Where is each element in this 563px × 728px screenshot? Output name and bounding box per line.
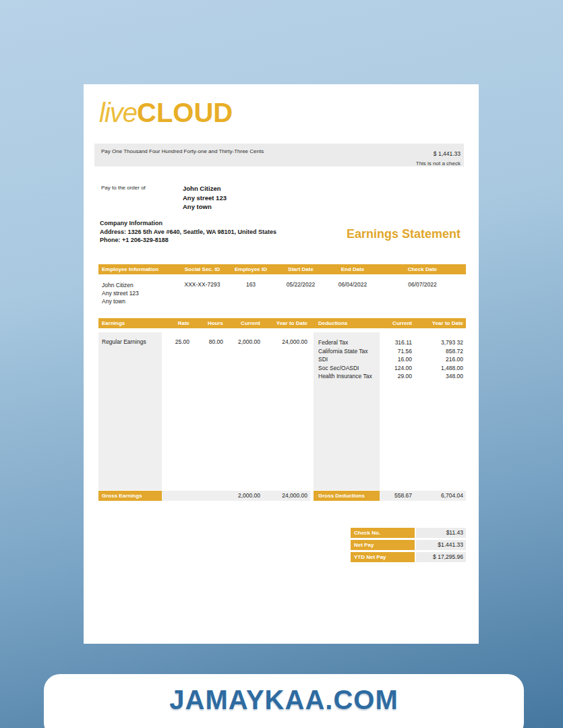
employee-name: John Citizen: [102, 282, 134, 289]
deduction-current: 29.00: [380, 372, 415, 381]
earnings-deductions-body: Regular Earnings 25.00 80.00 2,000.00 24…: [98, 332, 466, 490]
company-phone: Phone: +1 206-329-8188: [100, 236, 276, 245]
background: liveCLOUD Pay One Thousand Four Hundred …: [0, 0, 563, 728]
employee-street: Any street 123: [102, 290, 139, 297]
header-deductions: Deductions: [314, 320, 380, 326]
pay-amount-bar: Pay One Thousand Four Hundred Forty-one …: [94, 144, 464, 166]
logo-live: live: [99, 98, 137, 127]
earning-current: 2,000.00: [226, 338, 263, 345]
pay-amount-words: Pay One Thousand Four Hundred Forty-one …: [101, 148, 264, 166]
deduction-current: 16.00: [380, 355, 415, 364]
deduction-row: SDI 16.00 216.00: [314, 355, 466, 364]
pay-amount-block: $ 1,441.33 This is not a check: [416, 148, 461, 166]
header-rate: Rate: [162, 320, 192, 326]
ytd-net-pay-value: $ 17,295.96: [416, 552, 466, 562]
summary-row-net-pay: Net Pay $1.441.33: [351, 540, 466, 550]
deduction-ytd: 348.00: [415, 372, 466, 381]
check-date-value: 06/07/2022: [379, 281, 466, 305]
earnings-row: Regular Earnings 25.00 80.00 2,000.00 24…: [98, 338, 310, 345]
header-social-sec-id: Social Sec. ID: [178, 266, 227, 272]
header-deductions-current: Current: [380, 320, 415, 326]
employee-ssn: XXX-XX-7293: [178, 281, 227, 305]
deduction-row: Federal Tax 316.11 3,793 32: [314, 338, 466, 347]
deduction-name: California State Tax: [314, 347, 380, 356]
summary-box: Check No. $11.43 Net Pay $1.441.33 YTD N…: [351, 528, 466, 564]
earning-ytd: 24,000.00: [263, 338, 310, 345]
header-deductions-ytd: Year to Date: [415, 320, 466, 326]
header-earnings-current: Current: [226, 320, 263, 326]
start-date-value: 05/22/2022: [275, 281, 326, 305]
header-earnings: Earnings: [98, 320, 162, 326]
gross-earnings-row: Gross Earnings 2,000.00 24,000.00: [98, 491, 310, 501]
gross-deductions-ytd: 6,704.04: [415, 491, 466, 501]
pay-amount: $ 1,441.33: [434, 150, 461, 157]
gross-earnings-label: Gross Earnings: [98, 491, 162, 501]
footer-site-text: JAMAYKAA.COM: [44, 685, 524, 715]
earning-name: Regular Earnings: [98, 338, 162, 345]
check-no-value: $11.43: [416, 528, 466, 538]
summary-row-ytd-net-pay: YTD Net Pay $ 17,295.96: [351, 552, 466, 562]
employee-table-header: Employee Information Social Sec. ID Empl…: [98, 264, 466, 274]
deduction-ytd: 1,488.00: [415, 364, 466, 373]
deduction-name: Health Insurance Tax: [314, 372, 380, 381]
header-employee-id: Employee ID: [227, 266, 275, 272]
header-start-date: Start Date: [275, 266, 326, 272]
deduction-name: Soc Sec/OASDI: [314, 364, 380, 373]
header-end-date: End Date: [326, 266, 379, 272]
gross-earnings-current: 2,000.00: [226, 491, 263, 501]
deduction-row: Soc Sec/OASDI 124.00 1,488.00: [314, 364, 466, 373]
deduction-ytd: 216.00: [415, 355, 466, 364]
deduction-row: Health Insurance Tax 29.00 348.00: [314, 372, 466, 381]
header-check-date: Check Date: [379, 266, 466, 272]
deduction-ytd: 3,793 32: [415, 338, 466, 347]
company-info-title: Company Information: [100, 219, 276, 228]
earnings-deductions-header: Earnings Rate Hours Current Year to Date…: [98, 318, 466, 328]
employee-name-address: John Citizen Any street 123 Any town: [98, 281, 178, 305]
deduction-rows: Federal Tax 316.11 3,793 32 California S…: [314, 338, 466, 381]
header-hours: Hours: [192, 320, 226, 326]
gross-rate-empty: [162, 491, 192, 501]
gross-hours-empty: [192, 491, 226, 501]
pay-to-label: Pay to the order of: [101, 185, 146, 191]
gross-deductions-label: Gross Deductions: [314, 491, 380, 501]
gross-totals-row: Gross Earnings 2,000.00 24,000.00 Gross …: [98, 491, 466, 501]
statement-title: Earnings Statement: [347, 227, 461, 241]
company-info: Company Information Address: 1326 5th Av…: [100, 219, 276, 245]
footer-banner: JAMAYKAA.COM: [44, 674, 524, 728]
net-pay-value: $1.441.33: [416, 540, 466, 550]
logo-cloud: CLOUD: [137, 98, 233, 127]
net-pay-label: Net Pay: [351, 540, 415, 550]
deduction-current: 316.11: [380, 338, 415, 347]
gross-earnings-ytd: 24,000.00: [263, 491, 310, 501]
summary-row-check-no: Check No. $11.43: [351, 528, 466, 538]
deduction-name: Federal Tax: [314, 338, 380, 347]
deduction-row: California State Tax 71.56 858.72: [314, 347, 466, 356]
earning-rate: 25.00: [162, 338, 192, 345]
payee-street: Any street 123: [183, 193, 227, 203]
payee-town: Any town: [183, 202, 227, 212]
gross-deductions-current: 558.67: [380, 491, 415, 501]
deduction-current: 71.56: [380, 347, 415, 356]
header-employee-information: Employee Information: [98, 266, 178, 272]
earnings-name-band: [98, 332, 162, 490]
check-no-label: Check No.: [351, 528, 415, 538]
employee-town: Any town: [102, 298, 125, 305]
ytd-net-pay-label: YTD Net Pay: [351, 552, 415, 562]
brand-logo: liveCLOUD: [99, 99, 233, 126]
not-a-check-note: This is not a check: [416, 160, 461, 166]
employee-id-value: 163: [227, 281, 275, 305]
deduction-current: 124.00: [380, 364, 415, 373]
earning-hours: 80.00: [192, 338, 226, 345]
deduction-ytd: 858.72: [415, 347, 466, 356]
payee-block: John Citizen Any street 123 Any town: [183, 184, 227, 212]
payee-name: John Citizen: [183, 184, 227, 193]
header-earnings-ytd: Year to Date: [263, 320, 310, 326]
end-date-value: 06/04/2022: [326, 281, 379, 305]
paystub-page: liveCLOUD Pay One Thousand Four Hundred …: [84, 84, 479, 644]
company-address: Address: 1326 5th Ave #640, Seattle, WA …: [100, 228, 276, 237]
gross-deductions-row: Gross Deductions 558.67 6,704.04: [314, 491, 466, 501]
deduction-name: SDI: [314, 355, 380, 364]
employee-row: John Citizen Any street 123 Any town XXX…: [98, 281, 466, 305]
